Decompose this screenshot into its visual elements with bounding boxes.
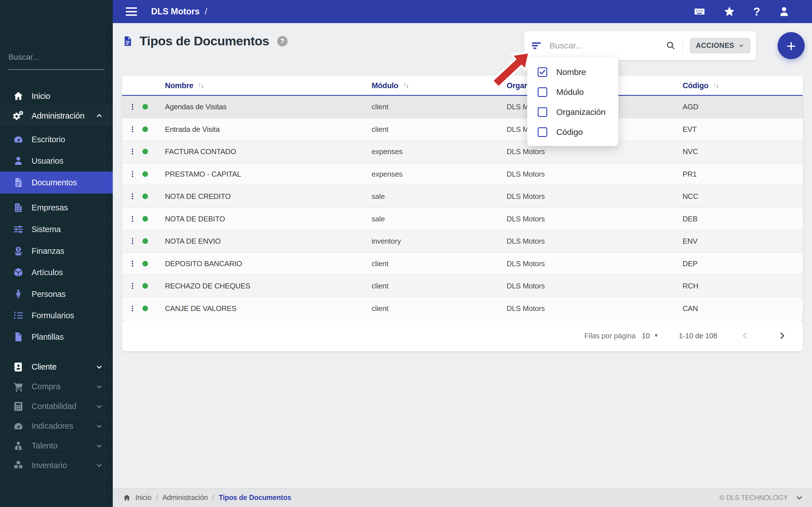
breadcrumb-inicio[interactable]: Inicio bbox=[135, 494, 151, 502]
document-icon bbox=[13, 177, 24, 188]
row-menu-icon[interactable] bbox=[129, 147, 136, 156]
checkbox-checked[interactable] bbox=[538, 67, 547, 77]
sidebar-item-label: Indicadores bbox=[32, 421, 73, 431]
sidebar-item-label: Cliente bbox=[32, 362, 57, 372]
sidebar-item-label: Contabilidad bbox=[32, 402, 77, 411]
sidebar-item-documentos[interactable]: Documentos bbox=[0, 172, 113, 193]
sidebar-item-plantillas[interactable]: Plantillas bbox=[0, 326, 113, 348]
keyboard-icon[interactable] bbox=[694, 6, 705, 17]
user-profile-icon[interactable] bbox=[778, 6, 790, 17]
sidebar-item-usuarios[interactable]: Usuarios bbox=[0, 150, 113, 172]
cell-nombre: NOTA DE ENVIO bbox=[165, 237, 221, 245]
table-row[interactable]: DEPOSITO BANCARIO client DLS Motors DEP bbox=[122, 252, 803, 275]
sidebar-item-escritorio[interactable]: Escritorio bbox=[0, 129, 113, 150]
list-check-icon bbox=[13, 310, 24, 321]
add-record-button[interactable]: + bbox=[777, 32, 805, 59]
table-row[interactable]: FACTURA CONTADO expenses DLS Motors NVC bbox=[122, 140, 803, 163]
column-header-modulo[interactable]: Módulo bbox=[371, 75, 410, 96]
sidebar-item-formularios[interactable]: Formularios bbox=[0, 305, 113, 326]
column-header-codigo[interactable]: Código bbox=[682, 75, 720, 96]
row-menu-icon[interactable] bbox=[129, 214, 136, 224]
filter-option-codigo[interactable]: Código bbox=[527, 122, 618, 142]
cell-nombre: Entrada de Visita bbox=[165, 125, 220, 133]
sidebar-item-cliente[interactable]: Cliente bbox=[0, 357, 113, 377]
cell-organizacion: DLS Motors bbox=[507, 259, 545, 268]
page-help-icon[interactable]: ? bbox=[277, 36, 288, 47]
row-menu-icon[interactable] bbox=[129, 281, 136, 291]
column-header-nombre[interactable]: Nombre bbox=[165, 75, 205, 96]
chevron-down-icon[interactable] bbox=[795, 494, 804, 502]
table-row[interactable]: NOTA DE DEBITO sale DLS Motors DEB bbox=[122, 208, 803, 230]
checkbox-unchecked[interactable] bbox=[538, 107, 547, 117]
help-icon[interactable]: ? bbox=[753, 5, 760, 18]
gears-icon bbox=[13, 110, 24, 121]
cell-codigo: ENV bbox=[682, 237, 698, 245]
sidebar-search-input[interactable] bbox=[8, 53, 110, 62]
menu-toggle-button[interactable] bbox=[126, 7, 137, 16]
row-menu-icon[interactable] bbox=[129, 259, 136, 269]
row-menu-icon[interactable] bbox=[129, 191, 136, 201]
sidebar-item-talento[interactable]: Talento bbox=[0, 436, 113, 455]
sidebar-item-sistema[interactable]: Sistema bbox=[0, 219, 113, 240]
topbar: DLS Motors / ? bbox=[113, 0, 812, 23]
filter-option-organizacion[interactable]: Organización bbox=[527, 102, 618, 122]
checkbox-unchecked[interactable] bbox=[538, 127, 547, 137]
status-dot bbox=[142, 238, 148, 244]
sidebar-item-finanzas[interactable]: $ Finanzas bbox=[0, 240, 113, 262]
breadcrumb-administracion[interactable]: Administración bbox=[162, 494, 208, 502]
sidebar-item-compra[interactable]: Compra bbox=[0, 377, 113, 396]
sidebar-item-label: Administración bbox=[32, 111, 84, 121]
sidebar-item-label: Personas bbox=[32, 290, 66, 299]
favorites-star-icon[interactable] bbox=[723, 6, 735, 17]
table-row[interactable]: RECHAZO DE CHEQUES client DLS Motors RCH bbox=[122, 275, 803, 297]
cell-modulo: client bbox=[371, 125, 389, 133]
search-toolbar: ACCIONES bbox=[524, 31, 756, 60]
row-menu-icon[interactable] bbox=[129, 169, 136, 179]
cell-nombre: CANJE DE VALORES bbox=[165, 304, 237, 313]
table-row[interactable]: NOTA DE CREDITO sale DLS Motors NCC bbox=[122, 185, 803, 208]
pagination-range: 1-10 de 108 bbox=[679, 332, 717, 340]
row-menu-icon[interactable] bbox=[129, 304, 136, 313]
main-content: Tipos de Documentos ? ACCIONES + Nombre bbox=[113, 23, 812, 507]
row-menu-icon[interactable] bbox=[129, 124, 136, 134]
building-icon bbox=[13, 202, 24, 213]
search-submit-icon[interactable] bbox=[666, 41, 676, 51]
actions-button-label: ACCIONES bbox=[696, 41, 734, 50]
table-row[interactable]: NOTA DE ENVIO inventory DLS Motors ENV bbox=[122, 230, 803, 252]
row-menu-icon[interactable] bbox=[129, 236, 136, 246]
checkbox-unchecked[interactable] bbox=[538, 87, 547, 97]
cell-organizacion: DLS Motors bbox=[507, 214, 545, 223]
table-search-input[interactable] bbox=[550, 41, 666, 50]
filter-option-nombre[interactable]: Nombre bbox=[527, 62, 618, 82]
filter-option-modulo[interactable]: Módulo bbox=[527, 82, 618, 102]
cell-organizacion: DLS Motors bbox=[507, 237, 545, 245]
status-dot bbox=[142, 149, 148, 154]
status-dot bbox=[142, 104, 148, 110]
table-row[interactable]: Agendas de Visitas client DLS Motors AGD bbox=[122, 96, 803, 118]
sidebar-item-label: Sistema bbox=[32, 225, 61, 234]
actions-button[interactable]: ACCIONES bbox=[690, 38, 751, 54]
table-row[interactable]: CANJE DE VALORES client DLS Motors CAN bbox=[122, 297, 803, 320]
filter-columns-icon[interactable] bbox=[531, 41, 542, 51]
rows-per-page-select[interactable]: 10 ▼ bbox=[642, 332, 658, 340]
breadcrumb-current: Tipos de Documentos bbox=[219, 494, 291, 502]
sidebar-item-administracion[interactable]: Administración bbox=[0, 106, 113, 126]
sidebar-item-empresas[interactable]: Empresas bbox=[0, 197, 113, 218]
home-icon[interactable] bbox=[123, 494, 131, 502]
next-page-icon[interactable] bbox=[777, 331, 787, 341]
calculator-icon bbox=[13, 401, 24, 412]
sidebar-item-personas[interactable]: Personas bbox=[0, 283, 113, 305]
filter-option-label: Código bbox=[556, 127, 583, 137]
cell-codigo: CAN bbox=[682, 304, 698, 313]
sidebar-item-articulos[interactable]: Artículos bbox=[0, 262, 113, 283]
sidebar-item-indicadores[interactable]: Indicadores bbox=[0, 416, 113, 436]
sidebar-item-inicio[interactable]: Inicio bbox=[0, 86, 113, 106]
sidebar-item-contabilidad[interactable]: Contabilidad bbox=[0, 396, 113, 416]
table-row[interactable]: PRESTAMO - CAPITAL expenses DLS Motors P… bbox=[122, 163, 803, 186]
sidebar-item-inventario[interactable]: Inventario bbox=[0, 455, 113, 475]
home-icon bbox=[13, 91, 24, 101]
previous-page-icon[interactable] bbox=[740, 331, 750, 341]
table-row[interactable]: Entrada de Visita client DLS Motors EVT bbox=[122, 118, 803, 141]
row-menu-icon[interactable] bbox=[129, 102, 136, 112]
sidebar: Inicio Administración Escritorio Usuario… bbox=[0, 0, 113, 507]
